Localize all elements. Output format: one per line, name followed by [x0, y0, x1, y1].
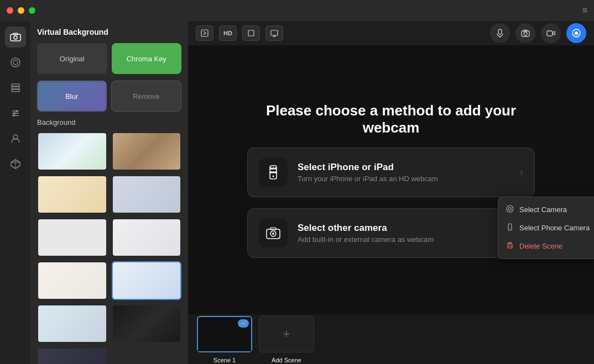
svg-rect-6 [12, 87, 19, 89]
svg-point-31 [575, 31, 578, 35]
iphone-arrow-icon: › [520, 166, 523, 178]
bg-thumb-10[interactable] [112, 304, 182, 343]
screen-button[interactable] [265, 25, 283, 41]
bg-section-title: Background [37, 118, 181, 126]
bg-thumb-1[interactable] [37, 132, 107, 171]
add-scene-label: Add Scene [259, 357, 314, 363]
select-phone-label: Select Phone Camera [519, 224, 590, 232]
delete-menu-icon [506, 241, 514, 251]
main-layout: Virtual Background Original Chroma Key B… [0, 21, 594, 364]
bg-thumb-5[interactable] [37, 218, 107, 257]
svg-point-42 [272, 233, 274, 235]
scene-1-thumb[interactable]: ··· [197, 316, 252, 352]
toolbar-left: HD [196, 25, 283, 41]
bg-thumb-2[interactable] [112, 132, 182, 171]
svg-point-3 [11, 58, 20, 67]
svg-point-1 [14, 36, 17, 39]
icon-sidebar [0, 21, 30, 364]
camera-option-icon [259, 219, 288, 247]
remove-button[interactable]: Remove [111, 81, 182, 112]
menu-icon[interactable]: ≡ [582, 6, 587, 15]
iphone-text: Select iPhone or iPad Turn your iPhone o… [298, 162, 510, 183]
sidebar-item-person[interactable] [5, 128, 26, 149]
arrow-right-button[interactable] [196, 25, 213, 41]
svg-point-26 [524, 32, 527, 35]
record-button[interactable] [541, 23, 561, 43]
add-scene-container: + Add Scene [259, 316, 314, 352]
scene-1-dots-button[interactable]: ··· [238, 319, 249, 328]
sidebar-item-camera[interactable] [5, 27, 26, 48]
svg-rect-48 [508, 244, 512, 248]
svg-point-35 [274, 167, 277, 170]
window-controls[interactable] [7, 7, 35, 14]
bg-thumb-11[interactable] [37, 347, 107, 364]
hd-button[interactable]: HD [219, 25, 237, 41]
toolbar-right [490, 23, 586, 43]
chroma-key-filter-button[interactable]: Chroma Key [112, 43, 182, 74]
camera-menu-icon [506, 205, 514, 214]
background-grid [37, 132, 181, 364]
scene-1-container: ··· Scene 1 [197, 316, 252, 352]
camera-text: Select other camera Add built-in or exte… [298, 223, 510, 244]
iphone-option[interactable]: Select iPhone or iPad Turn your iPhone o… [247, 147, 535, 197]
svg-point-13 [13, 114, 15, 117]
svg-point-34 [272, 167, 274, 170]
svg-rect-28 [547, 31, 553, 36]
camera-button[interactable] [515, 23, 535, 43]
svg-point-38 [274, 171, 277, 173]
blur-label: Blur [65, 92, 78, 101]
svg-point-39 [273, 175, 274, 177]
bg-thumb-4[interactable] [112, 175, 182, 214]
original-filter-button[interactable]: Original [37, 43, 107, 74]
svg-point-44 [507, 205, 513, 212]
scene-1-label: Scene 1 [197, 357, 252, 363]
bg-thumb-3[interactable] [37, 175, 107, 214]
svg-point-33 [270, 167, 272, 170]
camera-subtitle: Add built-in or external camera as webca… [298, 235, 510, 244]
top-toolbar: HD [188, 21, 594, 45]
phone-menu-icon [506, 223, 514, 233]
bg-thumb-9[interactable] [37, 304, 107, 343]
svg-rect-20 [271, 30, 278, 35]
titlebar: ≡ [0, 0, 594, 21]
delete-scene-label: Delete Scene [519, 242, 562, 250]
sidebar-item-mixer[interactable] [5, 103, 26, 124]
iphone-icon [259, 158, 288, 187]
blur-button[interactable]: Blur [37, 81, 107, 112]
minimize-button[interactable] [18, 7, 24, 14]
svg-rect-23 [498, 29, 502, 34]
sidebar-item-cube[interactable] [5, 154, 26, 175]
svg-point-37 [272, 171, 274, 173]
crop-button[interactable] [242, 25, 260, 41]
context-menu: Select Camera Select Phone Camera Delete… [498, 197, 594, 259]
filter-row: Original Chroma Key [37, 43, 181, 74]
svg-point-4 [13, 60, 18, 65]
context-menu-select-phone[interactable]: Select Phone Camera [498, 219, 594, 237]
close-button[interactable] [7, 7, 13, 14]
live-button[interactable] [566, 23, 586, 43]
blur-remove-row: Blur Remove [37, 81, 181, 112]
context-menu-delete-scene[interactable]: Delete Scene [498, 237, 594, 255]
bg-thumb-6[interactable] [112, 218, 182, 257]
bg-thumb-7[interactable] [37, 261, 107, 300]
camera-title: Select other camera [298, 223, 510, 234]
sidebar-item-layers[interactable] [5, 77, 26, 98]
iphone-subtitle: Turn your iPhone or iPad as an HD webcam [298, 175, 510, 183]
context-menu-select-camera[interactable]: Select Camera [498, 201, 594, 219]
svg-rect-46 [508, 224, 512, 230]
select-camera-label: Select Camera [519, 205, 567, 214]
svg-rect-18 [201, 30, 208, 36]
main-content: Please choose a method to add your webca… [188, 45, 594, 314]
webcam-prompt: Please choose a method to add your webca… [247, 102, 535, 258]
panel-title: Virtual Background [37, 28, 181, 36]
add-scene-button[interactable]: + [259, 316, 314, 352]
bg-thumb-8[interactable] [112, 261, 182, 300]
left-panel: Virtual Background Original Chroma Key B… [30, 21, 188, 364]
mic-button[interactable] [490, 23, 510, 43]
sidebar-item-effects[interactable] [5, 52, 26, 73]
svg-point-11 [13, 112, 15, 114]
svg-rect-7 [12, 89, 19, 92]
camera-option[interactable]: Select other camera Add built-in or exte… [247, 208, 535, 258]
scene-bar: ··· Scene 1 + Add Scene [188, 314, 594, 364]
maximize-button[interactable] [29, 7, 35, 14]
